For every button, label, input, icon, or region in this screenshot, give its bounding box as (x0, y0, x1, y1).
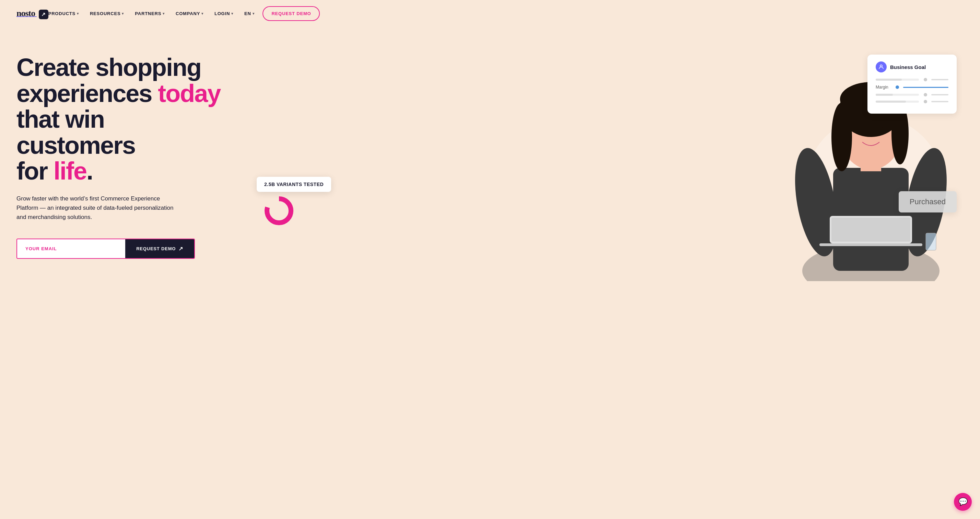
goal-person-icon (876, 61, 887, 72)
hero-right: Business Goal Margin (236, 41, 964, 281)
hero-subtitle: Grow faster with the world’s first Comme… (16, 194, 181, 222)
email-input[interactable] (17, 239, 125, 258)
margin-dot (896, 86, 899, 89)
svg-rect-15 (926, 233, 936, 250)
margin-label: Margin (876, 85, 893, 89)
card-header: Business Goal (876, 61, 948, 72)
goal-row-margin: Margin (876, 85, 948, 89)
hero-email-form: REQUEST DEMO ↗ (16, 239, 195, 259)
nav-company[interactable]: COMPANY ▾ (176, 11, 204, 16)
nav-resources[interactable]: RESOURCES ▾ (90, 11, 124, 16)
navbar: nosto ↗ PRODUCTS ▾ RESOURCES ▾ PARTNERS … (0, 0, 980, 27)
nav-products[interactable]: PRODUCTS ▾ (48, 11, 79, 16)
nav-login[interactable]: LOGIN ▾ (215, 11, 233, 16)
svg-point-11 (878, 127, 884, 133)
chat-icon: 💬 (958, 497, 968, 506)
logo[interactable]: nosto ↗ (16, 8, 48, 19)
svg-point-10 (858, 127, 863, 133)
svg-rect-14 (831, 218, 910, 242)
hero-left: Create shopping experiences today that w… (16, 41, 222, 259)
chevron-down-icon: ▾ (77, 12, 79, 16)
goal-toggle (924, 78, 927, 81)
arrow-icon: ↗ (178, 245, 183, 252)
goal-toggle-3 (924, 93, 927, 96)
chevron-down-icon: ▾ (231, 12, 233, 16)
business-goal-card: Business Goal Margin (867, 54, 957, 114)
chevron-down-icon: ▾ (122, 12, 124, 16)
nav-partners[interactable]: PARTNERS ▾ (135, 11, 165, 16)
donut-chart (264, 195, 294, 226)
goal-row-1 (876, 78, 948, 81)
nav-request-demo-button[interactable]: REQUEST DEMO (262, 6, 320, 21)
chevron-down-icon: ▾ (163, 12, 165, 16)
svg-point-16 (880, 65, 882, 67)
svg-point-7 (831, 103, 852, 171)
hero-title: Create shopping experiences today that w… (16, 54, 222, 184)
goal-row-3 (876, 93, 948, 96)
goal-toggle-4 (924, 100, 927, 103)
purchased-badge: Purchased (899, 191, 957, 212)
hero-request-demo-button[interactable]: REQUEST DEMO ↗ (125, 239, 194, 258)
chevron-down-icon: ▾ (253, 12, 255, 16)
card-title: Business Goal (890, 64, 926, 70)
logo-icon: ↗ (39, 10, 48, 19)
chat-bubble-button[interactable]: 💬 (954, 493, 972, 511)
svg-rect-12 (819, 244, 922, 246)
nav-language[interactable]: EN ▾ (244, 11, 254, 16)
chevron-down-icon: ▾ (201, 12, 204, 16)
hero-section: Create shopping experiences today that w… (0, 27, 980, 519)
goal-row-4 (876, 100, 948, 103)
nav-menu: PRODUCTS ▾ RESOURCES ▾ PARTNERS ▾ COMPAN… (48, 11, 255, 16)
variants-badge: 2.5B VARIANTS TESTED (257, 177, 331, 192)
logo-text: nosto (16, 8, 35, 18)
